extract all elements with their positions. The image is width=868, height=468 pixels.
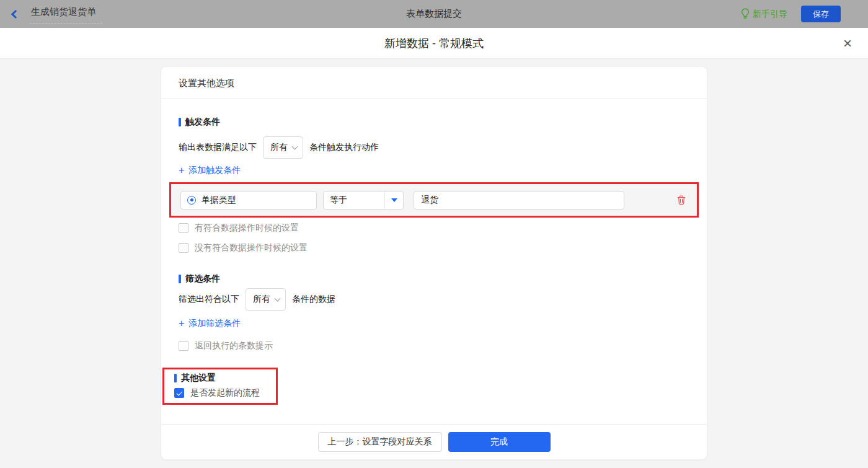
checkbox-row-new-flow: 是否发起新的流程	[174, 387, 276, 399]
condition-value-input[interactable]	[414, 191, 624, 210]
no-match-label: 没有符合数据操作时候的设置	[195, 242, 308, 254]
checkbox-row-no-match: 没有符合数据操作时候的设置	[179, 242, 689, 254]
delete-condition-button[interactable]	[676, 195, 686, 205]
trigger-match-row: 输出表数据满足以下 所有 条件触发执行动作	[179, 136, 689, 159]
section-bar-icon	[174, 374, 177, 382]
filter-sentence-prefix: 筛选出符合以下	[179, 294, 239, 305]
add-trigger-condition-link[interactable]: + 添加触发条件	[179, 165, 241, 176]
new-flow-checkbox[interactable]	[174, 388, 184, 398]
condition-field-select[interactable]: 单据类型	[180, 191, 317, 210]
chevron-down-icon	[275, 296, 281, 302]
plus-icon: +	[179, 319, 184, 329]
operator-caret-button[interactable]	[384, 192, 403, 209]
condition-field-label: 单据类型	[202, 195, 236, 206]
trigger-sentence-prefix: 输出表数据满足以下	[179, 142, 257, 153]
save-button[interactable]: 保存	[801, 6, 841, 22]
has-match-checkbox[interactable]	[179, 223, 188, 233]
trigger-match-value: 所有	[270, 142, 288, 153]
panel-content: 触发条件 输出表数据满足以下 所有 条件触发执行动作 + 添加触发条件	[161, 99, 707, 424]
add-filter-condition-label: 添加筛选条件	[188, 318, 241, 329]
topbar: 生成销货退货单 表单数据提交 新手引导 保存	[0, 0, 868, 28]
other-section-title: 其他设置	[174, 373, 276, 384]
panel-footer: 上一步：设置字段对应关系 完成	[161, 424, 707, 459]
has-match-label: 有符合数据操作时候的设置	[195, 223, 299, 234]
other-title-label: 其他设置	[181, 373, 216, 384]
guide-label: 新手引导	[753, 9, 787, 20]
add-trigger-condition-label: 添加触发条件	[188, 165, 241, 176]
filter-section-title: 筛选条件	[179, 273, 689, 285]
section-bar-icon	[179, 118, 181, 126]
radio-field-icon	[187, 196, 196, 205]
done-button[interactable]: 完成	[448, 432, 551, 452]
annotation-highlight-condition: 单据类型 等于	[169, 182, 699, 218]
condition-row: 单据类型 等于	[171, 184, 697, 216]
close-icon[interactable]: ×	[843, 36, 852, 51]
new-flow-label: 是否发起新的流程	[190, 387, 260, 399]
modal-body: 设置其他选项 触发条件 输出表数据满足以下 所有 条件触发执行动作 + 添加触发…	[0, 59, 868, 468]
count-tip-label: 返回执行的条数提示	[195, 340, 273, 351]
filter-title-label: 筛选条件	[185, 273, 220, 285]
page-title: 表单数据提交	[0, 8, 868, 20]
lightbulb-icon	[741, 8, 750, 20]
beginner-guide-link[interactable]: 新手引导	[741, 8, 787, 20]
condition-operator-select[interactable]: 等于	[323, 191, 404, 210]
condition-operator-label: 等于	[324, 195, 384, 206]
previous-step-button[interactable]: 上一步：设置字段对应关系	[318, 432, 442, 452]
filter-match-value: 所有	[253, 294, 270, 305]
trigger-match-select[interactable]: 所有	[263, 136, 303, 159]
modal-header: 新增数据 - 常规模式 ×	[0, 28, 868, 59]
annotation-highlight-other-settings: 其他设置 是否发起新的流程	[162, 368, 278, 405]
modal-title: 新增数据 - 常规模式	[384, 36, 484, 51]
filter-match-row: 筛选出符合以下 所有 条件的数据	[179, 288, 689, 311]
trigger-section-title: 触发条件	[179, 117, 689, 128]
no-match-checkbox[interactable]	[179, 243, 188, 253]
checkbox-row-count-tip: 返回执行的条数提示	[179, 340, 689, 351]
back-chevron-icon[interactable]	[11, 9, 20, 18]
filter-match-select[interactable]: 所有	[246, 288, 286, 311]
add-filter-condition-link[interactable]: + 添加筛选条件	[179, 318, 241, 329]
checkbox-row-has-match: 有符合数据操作时候的设置	[179, 223, 689, 234]
trash-icon	[676, 195, 686, 205]
flow-title[interactable]: 生成销货退货单	[30, 5, 102, 24]
section-bar-icon	[179, 275, 181, 283]
count-tip-checkbox[interactable]	[179, 341, 188, 351]
panel-header: 设置其他选项	[161, 67, 707, 99]
caret-down-icon	[391, 198, 397, 202]
topbar-actions: 新手引导 保存	[741, 6, 841, 22]
trigger-title-label: 触发条件	[185, 117, 220, 128]
plus-icon: +	[179, 166, 184, 175]
filter-sentence-suffix: 条件的数据	[292, 294, 335, 305]
options-panel: 设置其他选项 触发条件 输出表数据满足以下 所有 条件触发执行动作 + 添加触发…	[161, 67, 707, 459]
trigger-sentence-suffix: 条件触发执行动作	[309, 142, 379, 153]
chevron-down-icon	[292, 144, 298, 150]
